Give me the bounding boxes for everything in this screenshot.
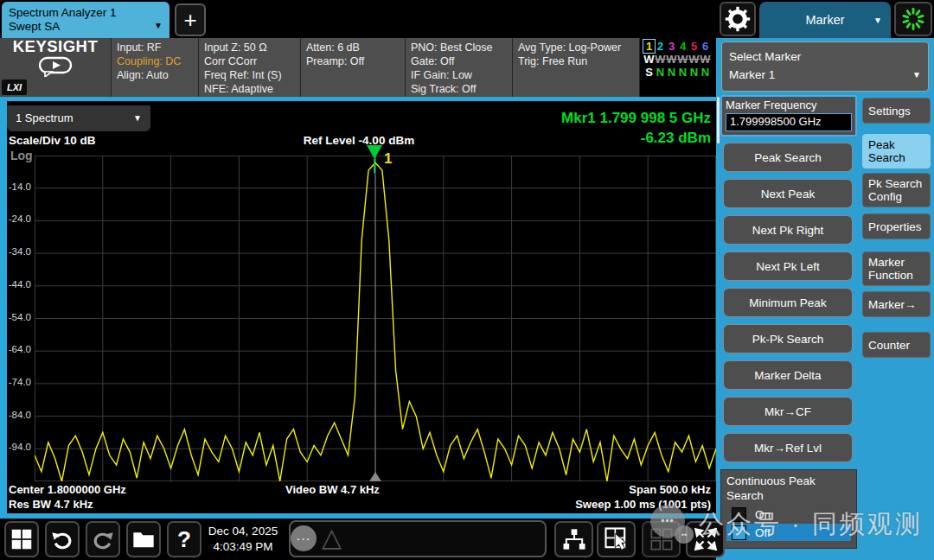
scale-div-label: Scale/Div 10 dB <box>9 134 96 147</box>
trace-3-types: W <box>666 53 677 66</box>
panel-tab-marker-function[interactable]: Marker Function <box>862 251 931 286</box>
align-status: Align: Auto <box>117 68 193 82</box>
lxi-logo: LXI <box>2 80 27 95</box>
corr-status: Corr CCorr <box>204 54 295 68</box>
y-axis-label: -84.0 <box>2 410 31 420</box>
undo-button[interactable] <box>45 521 80 557</box>
menu-button-marker-delta[interactable]: Marker Delta <box>723 360 853 390</box>
pno-status: PNO: Best Close <box>411 41 507 54</box>
marker-action-buttons: Peak SearchNext PeakNext Pk RightNext Pk… <box>723 143 853 462</box>
windows-start-button[interactable] <box>4 521 39 557</box>
trace-indicator[interactable]: 123456WWWWWWSNNNNN <box>640 38 716 97</box>
redo-icon <box>91 527 115 551</box>
menu-button-next-peak[interactable]: Next Peak <box>723 179 853 208</box>
continuous-peak-search-label: Continuous Peak Search <box>726 474 851 505</box>
marker-menu-tab[interactable]: Marker ▼ <box>759 2 891 38</box>
y-axis-label: -24.0 <box>2 213 31 224</box>
select-marker-label: Select Marker <box>729 48 921 66</box>
panel-tab-pk-search-config[interactable]: Pk Search Config <box>862 173 931 207</box>
trace-2-types: W <box>655 53 666 66</box>
trace-2-numbers: 2 <box>655 40 666 53</box>
touch-window-icon <box>604 526 630 552</box>
panel-tab-counter[interactable]: Counter <box>862 332 931 358</box>
gear-button[interactable] <box>720 2 756 36</box>
menu-button-peak-search[interactable]: Peak Search <box>723 143 853 172</box>
status-bar: KEYSIGHT LXI Input: RF Coupling: DC Alig… <box>0 38 716 97</box>
mode-tab-line2: Swept SA <box>9 20 163 34</box>
menu-button-next-pk-right[interactable]: Next Pk Right <box>723 215 853 245</box>
menu-button-mkr-ref-lvl[interactable]: Mkr→Ref Lvl <box>723 433 853 462</box>
file-manager-button[interactable] <box>126 521 161 557</box>
panel-tab-marker-[interactable]: Marker→ <box>862 291 931 317</box>
menu-button-pk-pk-search[interactable]: Pk-Pk Search <box>723 324 853 353</box>
undo-icon <box>50 527 74 551</box>
folder-icon <box>131 527 156 551</box>
marker-frequency-value[interactable]: 1.799998500 GHz <box>726 113 852 131</box>
menu-button-next-pk-left[interactable]: Next Pk Left <box>723 251 853 281</box>
marker-readout-freq: Mkr1 1.799 998 5 GHz <box>450 108 711 128</box>
trace-select-label: 1 Spectrum <box>16 111 73 124</box>
keysight-logo: KEYSIGHT <box>0 40 111 54</box>
screen-frame-left <box>0 97 7 519</box>
watermark-logo-icon: ••••• <box>650 503 695 546</box>
trace-5-types: W <box>688 53 700 66</box>
y-axis-label: -64.0 <box>2 344 31 354</box>
panel-tab-peak-search[interactable]: Peak Search <box>862 134 931 169</box>
chevron-down-icon: ▼ <box>912 66 921 84</box>
trace-indicator-row: 123456 <box>643 40 713 53</box>
status-col-z: Input Z: 50 Ω Corr CCorr Freq Ref: Int (… <box>199 38 300 97</box>
block-diagram-button[interactable] <box>554 521 593 557</box>
touch-screen-button[interactable] <box>597 521 636 557</box>
redo-button[interactable] <box>86 521 120 557</box>
date-label: Dec 04, 2025 <box>200 524 286 539</box>
help-button[interactable]: ? <box>167 521 202 557</box>
marker-frequency-field[interactable]: Marker Frequency 1.799998500 GHz <box>720 95 857 137</box>
panel-scrollbar[interactable] <box>717 97 720 143</box>
gear-icon <box>725 6 751 32</box>
coupling-status: Coupling: DC <box>117 54 193 68</box>
status-col-atten: Atten: 6 dB Preamp: Off <box>301 38 405 97</box>
trace-4-types: W <box>677 53 688 66</box>
trace-6-numbers: 6 <box>700 40 711 53</box>
status-col-pno: PNO: Best Close Gate: Off IF Gain: Low S… <box>406 38 512 97</box>
trace-1-numbers: 1 <box>643 40 655 53</box>
marker-frequency-label: Marker Frequency <box>726 99 852 111</box>
select-marker-value: Marker 1 <box>729 66 921 84</box>
y-axis-label: -94.0 <box>2 442 31 452</box>
status-col-avg: Avg Type: Log-Power Trig: Free Run <box>513 38 639 97</box>
panel-tab-properties[interactable]: Properties <box>862 213 931 239</box>
alert-triangle-icon: △ <box>322 522 342 552</box>
center-freq-label: Center 1.8000000 GHz <box>9 483 126 496</box>
trace-5-detectors: N <box>688 66 700 79</box>
nfe-status: NFE: Adaptive <box>204 82 295 96</box>
y-axis-label: -44.0 <box>2 279 31 290</box>
mode-tab[interactable]: Spectrum Analyzer 1 Swept SA ▼ <box>2 2 170 38</box>
busy-indicator-button[interactable] <box>894 2 932 36</box>
trace-4-detectors: N <box>677 66 688 79</box>
add-tab-button[interactable]: + <box>175 3 206 36</box>
trig-status: Trig: Free Run <box>518 54 634 68</box>
trace-6-types: W <box>700 53 711 66</box>
menu-button-mkr-cf[interactable]: Mkr→CF <box>723 397 853 426</box>
atten-status: Atten: 6 dB <box>306 41 400 54</box>
marker-stem <box>374 159 375 173</box>
chevron-down-icon: ▼ <box>873 16 882 25</box>
if-gain-status: IF Gain: Low <box>411 68 507 82</box>
freq-ref-status: Freq Ref: Int (S) <box>204 68 295 82</box>
spectrum-plot[interactable] <box>35 156 716 481</box>
message-bubble-icon: ··· <box>291 525 317 551</box>
panel-tab-settings[interactable]: Settings <box>862 98 931 124</box>
gate-status: Gate: Off <box>411 54 507 68</box>
node-tree-icon <box>561 526 587 552</box>
trace-indicator-row: WWWWWW <box>643 53 713 66</box>
menu-button-minimum-peak[interactable]: Minimum Peak <box>723 288 853 317</box>
span-label: Span 500.0 kHz <box>538 483 711 496</box>
trace-select-dropdown[interactable]: 1 Spectrum ▼ <box>7 105 150 131</box>
windows-logo-icon <box>10 528 33 550</box>
res-bw-label: Res BW 4.7 kHz <box>9 498 93 511</box>
trace-6-detectors: N <box>700 66 711 79</box>
y-axis-label: -34.0 <box>2 246 31 257</box>
marker-1-icon[interactable] <box>367 145 382 159</box>
select-marker-dropdown[interactable]: Select Marker Marker 1 ▼ <box>721 41 929 92</box>
avg-type-status: Avg Type: Log-Power <box>518 41 634 54</box>
